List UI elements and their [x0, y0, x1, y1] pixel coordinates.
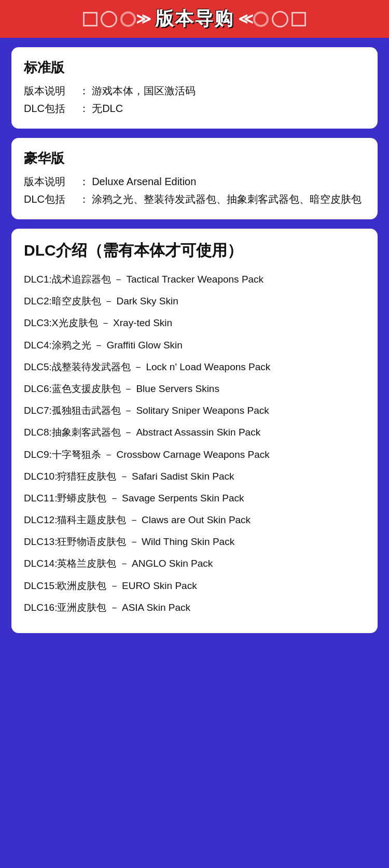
dlc-section-title: DLC介绍（需有本体才可使用） [24, 240, 365, 261]
dlc-en-name: Graffiti Glow Skin [106, 340, 182, 351]
dlc-separator: － [123, 383, 136, 394]
dlc-separator: － [123, 427, 136, 438]
header: ≫ 版本导购 ≪ [0, 0, 389, 38]
dlc-id: DLC8:抽象刺客武器包 [24, 427, 123, 438]
dlc-items-list: DLC1:战术追踪器包 － Tactical Tracker Weapons P… [24, 269, 365, 619]
deluxe-description-label: 版本说明 [24, 176, 65, 187]
main-content: 标准版 版本说明 ： 游戏本体，国区激活码 DLC包括 ： 无DLC 豪华版 版… [0, 38, 389, 642]
dlc-list-item: DLC9:十字弩狙杀 － Crossbow Carnage Weapons Pa… [24, 444, 365, 466]
standard-dlc-label: DLC包括 [24, 103, 65, 114]
dlc-separator: － [133, 361, 146, 372]
header-square-icon-1 [83, 12, 98, 26]
dlc-section-card: DLC介绍（需有本体才可使用） DLC1:战术追踪器包 － Tactical T… [11, 229, 378, 633]
deluxe-description-row: 版本说明 ： Deluxe Arsenal Edition [24, 173, 365, 190]
deluxe-dlc-label: DLC包括 [24, 193, 65, 205]
standard-dlc-value: 无DLC [92, 103, 123, 114]
dlc-id: DLC16:亚洲皮肤包 [24, 602, 109, 613]
standard-dlc-sep: ： [68, 103, 89, 114]
header-square-icon-2 [291, 12, 306, 26]
dlc-id: DLC7:孤独狙击武器包 [24, 405, 123, 416]
dlc-id: DLC9:十字弩狙杀 [24, 449, 104, 460]
header-ring-icon-1 [120, 11, 136, 27]
dlc-list-item: DLC1:战术追踪器包 － Tactical Tracker Weapons P… [24, 269, 365, 290]
deluxe-dlc-row: DLC包括 ： 涂鸦之光、整装待发武器包、抽象刺客武器包、暗空皮肤包 [24, 190, 365, 208]
dlc-list-item: DLC5:战整装待发武器包 － Lock n' Load Weapons Pac… [24, 356, 365, 378]
header-left-decorations [83, 11, 136, 27]
dlc-id: DLC6:蓝色支援皮肤包 [24, 383, 123, 394]
standard-edition-title: 标准版 [24, 59, 365, 77]
dlc-separator: － [94, 340, 106, 351]
dlc-separator: － [104, 449, 116, 460]
dlc-separator: － [109, 493, 122, 503]
dlc-en-name: Lock n' Load Weapons Pack [146, 361, 270, 372]
dlc-id: DLC14:英格兰皮肤包 [24, 558, 119, 569]
dlc-list-item: DLC10:狩猎狂皮肤包 － Safari Sadist Skin Pack [24, 466, 365, 487]
dlc-separator: － [129, 536, 142, 547]
dlc-id: DLC2:暗空皮肤包 [24, 296, 104, 306]
dlc-en-name: Wild Thing Skin Pack [142, 536, 234, 547]
deluxe-dlc-sep: ： [68, 193, 89, 205]
standard-description-sep: ： [68, 85, 89, 96]
deluxe-description-value: Deluxe Arsenal Edition [92, 176, 196, 187]
dlc-en-name: ANGLO Skin Pack [132, 558, 213, 569]
dlc-separator: － [119, 471, 132, 482]
dlc-list-item: DLC11:野蟒皮肤包 － Savage Serpents Skin Pack [24, 487, 365, 509]
deluxe-edition-card: 豪华版 版本说明 ： Deluxe Arsenal Edition DLC包括 … [11, 138, 378, 219]
standard-description-label: 版本说明 [24, 85, 65, 96]
header-right-decorations [253, 11, 306, 27]
dlc-separator: － [129, 514, 142, 525]
dlc-list-item: DLC14:英格兰皮肤包 － ANGLO Skin Pack [24, 553, 365, 575]
dlc-list-item: DLC16:亚洲皮肤包 － ASIA Skin Pack [24, 597, 365, 619]
dlc-list-item: DLC4:涂鸦之光 － Graffiti Glow Skin [24, 334, 365, 356]
dlc-id: DLC3:X光皮肤包 [24, 317, 101, 328]
dlc-en-name: Solitary Sniper Weapons Pack [136, 405, 269, 416]
dlc-list-item: DLC12:猫科主题皮肤包 － Claws are Out Skin Pack [24, 509, 365, 531]
dlc-separator: － [109, 580, 122, 591]
dlc-en-name: Xray-ted Skin [113, 317, 172, 328]
standard-edition-card: 标准版 版本说明 ： 游戏本体，国区激活码 DLC包括 ： 无DLC [11, 47, 378, 129]
dlc-separator: － [104, 296, 116, 306]
dlc-list-item: DLC3:X光皮肤包 － Xray-ted Skin [24, 312, 365, 334]
dlc-en-name: Abstract Assassin Skin Pack [136, 427, 260, 438]
deluxe-edition-title: 豪华版 [24, 149, 365, 167]
standard-dlc-row: DLC包括 ： 无DLC [24, 100, 365, 117]
dlc-list-item: DLC2:暗空皮肤包 － Dark Sky Skin [24, 290, 365, 312]
dlc-id: DLC15:欧洲皮肤包 [24, 580, 109, 591]
dlc-id: DLC5:战整装待发武器包 [24, 361, 133, 372]
header-ring-icon-2 [253, 11, 269, 27]
dlc-en-name: Dark Sky Skin [116, 296, 178, 306]
dlc-list-item: DLC15:欧洲皮肤包 － EURO Skin Pack [24, 575, 365, 597]
dlc-list-item: DLC6:蓝色支援皮肤包 － Blue Servers Skins [24, 378, 365, 400]
dlc-en-name: EURO Skin Pack [122, 580, 197, 591]
dlc-en-name: Blue Servers Skins [136, 383, 219, 394]
dlc-id: DLC1:战术追踪器包 [24, 274, 114, 285]
dlc-id: DLC4:涂鸦之光 [24, 340, 94, 351]
dlc-id: DLC13:狂野物语皮肤包 [24, 536, 129, 547]
dlc-en-name: ASIA Skin Pack [122, 602, 190, 613]
dlc-separator: － [109, 602, 122, 613]
header-left-arrow: ≫ [136, 10, 151, 27]
dlc-en-name: Tactical Tracker Weapons Pack [126, 274, 263, 285]
dlc-id: DLC11:野蟒皮肤包 [24, 493, 109, 503]
header-circle-icon-1 [101, 11, 117, 27]
dlc-id: DLC10:狩猎狂皮肤包 [24, 471, 119, 482]
dlc-en-name: Crossbow Carnage Weapons Pack [116, 449, 269, 460]
dlc-list-item: DLC13:狂野物语皮肤包 － Wild Thing Skin Pack [24, 531, 365, 553]
dlc-en-name: Claws are Out Skin Pack [142, 514, 251, 525]
header-title: 版本导购 [155, 6, 234, 32]
standard-description-value: 游戏本体，国区激活码 [92, 85, 196, 96]
dlc-list-item: DLC7:孤独狙击武器包 － Solitary Sniper Weapons P… [24, 400, 365, 422]
dlc-separator: － [119, 558, 132, 569]
standard-description-row: 版本说明 ： 游戏本体，国区激活码 [24, 82, 365, 100]
dlc-list-item: DLC8:抽象刺客武器包 － Abstract Assassin Skin Pa… [24, 422, 365, 443]
header-right-arrow: ≪ [238, 10, 253, 27]
dlc-separator: － [101, 317, 113, 328]
dlc-separator: － [114, 274, 126, 285]
deluxe-dlc-value: 涂鸦之光、整装待发武器包、抽象刺客武器包、暗空皮肤包 [92, 193, 362, 205]
dlc-en-name: Safari Sadist Skin Pack [132, 471, 234, 482]
dlc-id: DLC12:猫科主题皮肤包 [24, 514, 129, 525]
deluxe-description-sep: ： [68, 176, 89, 187]
header-circle-icon-2 [272, 11, 288, 27]
header-title-wrap: ≫ 版本导购 ≪ [136, 6, 253, 32]
dlc-en-name: Savage Serpents Skin Pack [122, 493, 244, 503]
